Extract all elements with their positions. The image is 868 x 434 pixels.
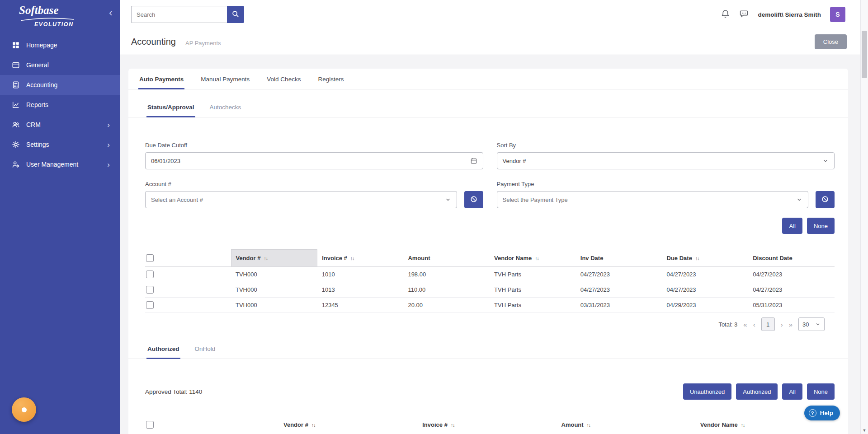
- help-button[interactable]: ? Help: [804, 406, 840, 420]
- spacer-column: [165, 416, 279, 434]
- tab-autochecks[interactable]: Autochecks: [209, 104, 242, 117]
- all-button[interactable]: All: [782, 218, 802, 234]
- messages-button[interactable]: [739, 9, 749, 20]
- current-page[interactable]: 1: [761, 317, 775, 331]
- first-page-button[interactable]: «: [743, 321, 747, 328]
- select-all-checkbox[interactable]: [146, 254, 154, 262]
- due-date-input[interactable]: 06/01/2023: [145, 152, 483, 169]
- last-page-button[interactable]: »: [789, 321, 793, 328]
- cell-inv-date: 04/27/2023: [576, 267, 662, 282]
- sidebar-item-accounting[interactable]: Accounting: [0, 75, 120, 95]
- notifications-button[interactable]: [721, 9, 730, 20]
- account-field: Account # Select an Account #: [145, 181, 483, 208]
- table-header-row: Vendor #↑↓ Invoice #↑↓ Amount↑↓ Vendor N…: [145, 416, 835, 434]
- total-count: Total: 3: [718, 321, 737, 328]
- tab-registers[interactable]: Registers: [317, 76, 344, 89]
- approved-total: Approved Total: 1140: [145, 388, 202, 395]
- row-checkbox[interactable]: [146, 301, 154, 309]
- column-header-vendor[interactable]: Vendor #↑↓: [279, 416, 418, 434]
- chevron-down-icon: [796, 196, 802, 203]
- avatar[interactable]: S: [830, 7, 845, 22]
- payment-type-clear-button[interactable]: [816, 191, 835, 208]
- sidebar-item-crm[interactable]: CRM ›: [0, 115, 120, 135]
- question-mark-icon: ?: [809, 409, 816, 417]
- user-gear-icon: [12, 160, 20, 168]
- tab-onhold[interactable]: OnHold: [194, 345, 217, 359]
- tab-manual-payments[interactable]: Manual Payments: [200, 76, 250, 89]
- column-header-vendor[interactable]: Vendor #↑↓: [231, 250, 317, 267]
- spacer-column: [165, 250, 231, 267]
- authorized-table: Vendor #↑↓ Invoice #↑↓ Amount↑↓ Vendor N…: [145, 416, 835, 434]
- beacon-widget-button[interactable]: [12, 397, 36, 422]
- tab-status-approval[interactable]: Status/Approval: [146, 104, 195, 117]
- row-checkbox[interactable]: [146, 271, 154, 278]
- cell-amount: 110.00: [403, 282, 490, 298]
- cell-discount-date: 04/27/2023: [748, 267, 835, 282]
- sidebar-item-label: CRM: [26, 121, 41, 128]
- select-all-checkbox[interactable]: [146, 421, 154, 429]
- column-header-invoice[interactable]: Invoice #↑↓: [418, 416, 557, 434]
- payment-type-select[interactable]: Select the Payment Type: [497, 191, 809, 208]
- sidebar: Softbase EVOLUTION ‹ Homepage General Ac…: [0, 0, 120, 434]
- page-size-value: 30: [802, 321, 809, 328]
- tab-authorized[interactable]: Authorized: [146, 345, 180, 359]
- sidebar-item-label: Reports: [26, 101, 48, 108]
- cell-amount: 198.00: [403, 267, 490, 282]
- search-button[interactable]: [227, 6, 244, 23]
- sort-icon: ↑↓: [741, 422, 745, 428]
- column-header-vendor-name[interactable]: Vendor Name↑↓: [490, 250, 576, 267]
- account-select[interactable]: Select an Account #: [145, 191, 457, 208]
- next-page-button[interactable]: ›: [781, 321, 783, 328]
- cell-discount-date: 05/31/2023: [748, 298, 835, 313]
- brand-name-script: Softbase: [19, 5, 113, 16]
- sub-tabs: Status/Approval Autochecks: [128, 98, 848, 117]
- sidebar-item-user-management[interactable]: User Management ›: [0, 154, 120, 174]
- gear-icon: [12, 140, 20, 149]
- scrollbar-down-arrow[interactable]: ▼: [861, 428, 868, 433]
- payments-table-wrap: Vendor #↑↓ Invoice #↑↓ Amount Vendor Nam…: [128, 234, 848, 313]
- cell-invoice: 1010: [317, 267, 404, 282]
- payments-table: Vendor #↑↓ Invoice #↑↓ Amount Vendor Nam…: [145, 249, 835, 313]
- sidebar-item-settings[interactable]: Settings ›: [0, 135, 120, 154]
- none-button-2[interactable]: None: [807, 383, 835, 400]
- tab-void-checks[interactable]: Void Checks: [266, 76, 302, 89]
- sidebar-item-homepage[interactable]: Homepage: [0, 35, 120, 55]
- prev-page-button[interactable]: ‹: [753, 321, 755, 328]
- sidebar-item-general[interactable]: General: [0, 55, 120, 75]
- page-header: Accounting AP Payments Close: [120, 29, 868, 55]
- chevron-right-icon: ›: [107, 161, 110, 168]
- cell-vendor: TVH000: [231, 282, 317, 298]
- page-size-select[interactable]: 30: [798, 317, 825, 331]
- cell-invoice: 1013: [317, 282, 404, 298]
- vertical-scrollbar[interactable]: ▼: [860, 0, 868, 434]
- cell-inv-date: 03/31/2023: [576, 298, 662, 313]
- search-input[interactable]: [131, 6, 227, 23]
- tab-auto-payments[interactable]: Auto Payments: [138, 76, 184, 89]
- sort-icon: ↑↓: [535, 256, 539, 261]
- authorization-tabs: Authorized OnHold: [128, 339, 848, 359]
- search-group: [131, 6, 244, 23]
- user-name: demolift\ Sierra Smith: [758, 11, 821, 18]
- sidebar-collapse-button[interactable]: ‹: [109, 7, 113, 18]
- cell-invoice: 12345: [317, 298, 404, 313]
- row-checkbox[interactable]: [146, 286, 154, 294]
- authorized-button[interactable]: Authorized: [736, 383, 778, 400]
- column-header-amount[interactable]: Amount↑↓: [557, 416, 696, 434]
- column-header-discount-date: Discount Date: [748, 250, 835, 267]
- table-header-row: Vendor #↑↓ Invoice #↑↓ Amount Vendor Nam…: [145, 250, 835, 267]
- sidebar-item-reports[interactable]: Reports: [0, 95, 120, 115]
- scrollbar-thumb[interactable]: [862, 31, 867, 78]
- sidebar-item-label: General: [26, 61, 49, 69]
- column-header-invoice[interactable]: Invoice #↑↓: [317, 250, 404, 267]
- sort-by-select[interactable]: Vendor #: [497, 152, 835, 169]
- none-button[interactable]: None: [807, 218, 835, 234]
- content-area: Auto Payments Manual Payments Void Check…: [120, 55, 868, 434]
- sidebar-item-label: Homepage: [26, 42, 57, 49]
- column-header-due-date[interactable]: Due Date↑↓: [662, 250, 749, 267]
- unauthorized-button[interactable]: Unauthorized: [683, 383, 731, 400]
- close-button[interactable]: Close: [815, 34, 847, 49]
- sort-icon: ↑↓: [311, 422, 316, 428]
- account-clear-button[interactable]: [464, 191, 483, 208]
- calendar-icon[interactable]: [470, 157, 477, 164]
- all-button-2[interactable]: All: [782, 383, 802, 400]
